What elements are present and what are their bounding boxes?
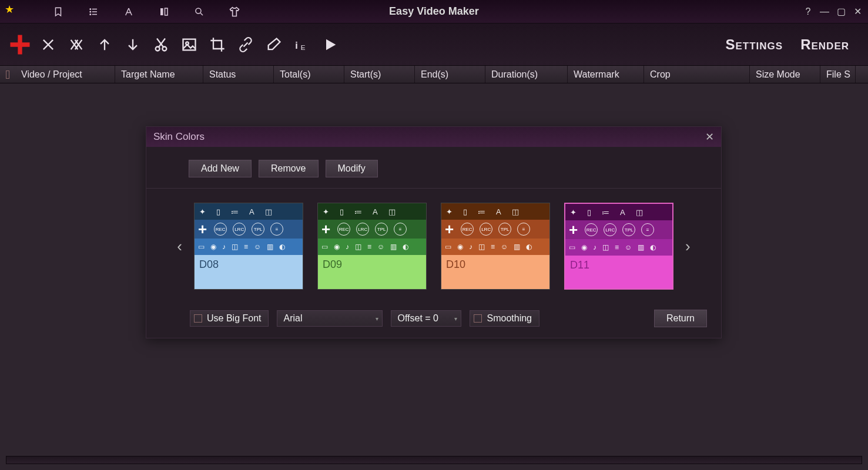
carousel-prev-icon[interactable]: ‹ — [173, 233, 186, 260]
svg-point-8 — [196, 8, 201, 14]
return-button[interactable]: Return — [654, 310, 707, 327]
column-header[interactable]: Total(s) — [274, 66, 344, 83]
move-down-button[interactable] — [120, 32, 146, 58]
svg-point-16 — [156, 46, 160, 51]
font-value: Arial — [283, 313, 302, 324]
column-header[interactable]: Status — [203, 66, 274, 83]
close-icon[interactable]: ✕ — [852, 6, 863, 18]
render-link[interactable]: Render — [800, 36, 849, 53]
modify-button[interactable]: Modify — [326, 160, 378, 177]
column-header[interactable]: Crop — [644, 66, 750, 83]
bookmark-icon[interactable] — [52, 5, 65, 18]
titlebar: Easy Video Maker ? — ▢ ✕ — [0, 0, 868, 24]
offset-combo[interactable]: Offset = 0▾ — [391, 310, 461, 327]
skin-thumb-d10[interactable]: ✦▯≔A◫+RECLRCTPL≡▭◉♪◫≡☺▥◐D10 — [441, 203, 550, 290]
skin-label: D11 — [565, 256, 672, 288]
play-button[interactable] — [317, 32, 343, 58]
column-header[interactable]: Duration(s) — [485, 66, 568, 83]
skin-colors-dialog: Skin Colors ✕ Add New Remove Modify ‹ ✦▯… — [146, 126, 722, 338]
use-big-font-label: Use Big Font — [207, 313, 261, 324]
link-button[interactable] — [233, 32, 259, 58]
column-header[interactable]: File S — [820, 66, 856, 83]
columns-icon[interactable] — [157, 5, 170, 18]
svg-rect-6 — [160, 8, 163, 15]
window-controls: ? — ▢ ✕ — [802, 6, 863, 18]
app-logo-icon — [5, 3, 22, 21]
svg-point-17 — [162, 46, 166, 51]
settings-link[interactable]: Settings — [725, 36, 783, 53]
add-button[interactable] — [7, 32, 33, 58]
column-header[interactable]: Watermark — [568, 66, 644, 83]
image-button[interactable] — [176, 32, 202, 58]
help-icon[interactable]: ? — [802, 6, 814, 18]
app-title: Easy Video Maker — [389, 5, 479, 18]
skin-label: D09 — [318, 255, 426, 289]
delete-button[interactable] — [35, 32, 61, 58]
svg-line-9 — [200, 13, 203, 15]
column-header[interactable]: End(s) — [415, 66, 485, 83]
cut-button[interactable] — [148, 32, 174, 58]
carousel-next-icon[interactable]: › — [682, 233, 694, 260]
select-all-checkbox[interactable] — [0, 66, 15, 83]
skin-thumb-d08[interactable]: ✦▯≔A◫+RECLRCTPL≡▭◉♪◫≡☺▥◐D08 — [194, 203, 303, 290]
svg-point-0 — [90, 8, 91, 9]
smoothing-checkbox[interactable]: Smoothing — [470, 310, 539, 327]
svg-text:i: i — [295, 40, 298, 51]
use-big-font-checkbox[interactable]: Use Big Font — [190, 310, 269, 327]
list-icon[interactable] — [87, 5, 100, 18]
svg-point-2 — [90, 11, 91, 12]
svg-rect-7 — [165, 8, 168, 15]
offset-value: Offset = 0 — [397, 313, 438, 324]
smoothing-label: Smoothing — [487, 313, 532, 324]
search-icon[interactable] — [193, 5, 206, 18]
skin-carousel: ‹ ✦▯≔A◫+RECLRCTPL≡▭◉♪◫≡☺▥◐D08✦▯≔A◫+RECLR… — [160, 203, 707, 290]
skin-label: D08 — [195, 255, 303, 289]
edit-info-button[interactable]: iE — [289, 32, 315, 58]
remove-button[interactable]: Remove — [259, 160, 319, 177]
font-combo[interactable]: Arial▾ — [277, 310, 383, 327]
dialog-close-icon[interactable]: ✕ — [705, 130, 714, 143]
svg-text:E: E — [301, 43, 306, 51]
skin-label: D10 — [441, 255, 549, 289]
svg-rect-18 — [183, 39, 196, 50]
menu-icons — [52, 5, 241, 18]
column-header[interactable]: Start(s) — [344, 66, 415, 83]
crop-button[interactable] — [205, 32, 230, 58]
skin-thumb-d09[interactable]: ✦▯≔A◫+RECLRCTPL≡▭◉♪◫≡☺▥◐D09 — [317, 203, 427, 290]
chevron-down-icon: ▾ — [454, 315, 457, 322]
chevron-down-icon: ▾ — [376, 315, 378, 322]
move-up-button[interactable] — [92, 32, 118, 58]
column-header[interactable]: Size Mode — [750, 66, 820, 83]
eraser-button[interactable] — [261, 32, 287, 58]
column-headers: Video / ProjectTarget NameStatusTotal(s)… — [0, 66, 868, 83]
svg-point-4 — [90, 14, 91, 15]
text-icon[interactable] — [122, 5, 135, 18]
minimize-icon[interactable]: — — [819, 6, 830, 18]
shirt-icon[interactable] — [228, 5, 241, 18]
column-header[interactable]: Target Name — [115, 66, 203, 83]
toolbar: iE Settings Render — [0, 24, 868, 66]
add-new-button[interactable]: Add New — [189, 160, 252, 177]
delete-all-button[interactable] — [63, 32, 89, 58]
column-header[interactable]: Video / Project — [15, 66, 115, 83]
skin-thumb-d11[interactable]: ✦▯≔A◫+RECLRCTPL≡▭◉♪◫≡☺▥◐D11 — [564, 203, 673, 290]
dialog-title-bar: Skin Colors ✕ — [146, 127, 721, 147]
maximize-icon[interactable]: ▢ — [835, 6, 847, 18]
status-bar — [6, 456, 862, 464]
dialog-title: Skin Colors — [153, 131, 205, 143]
main-area: Skin Colors ✕ Add New Remove Modify ‹ ✦▯… — [0, 83, 868, 452]
